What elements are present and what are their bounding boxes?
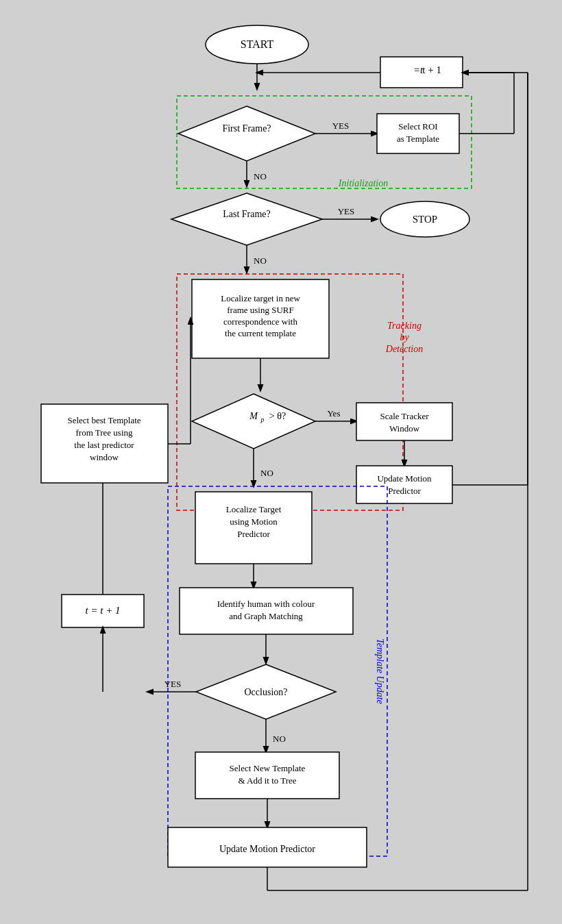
localize-surf-l2: frame using SURF (227, 305, 294, 315)
localize-surf-l3: correspondence with (223, 316, 297, 327)
tracking-label-line1: Tracking (387, 321, 422, 331)
start-label: START (241, 38, 274, 50)
stop-label: STOP (413, 214, 437, 225)
no-first-label: NO (254, 171, 267, 182)
tracking-label-line2: by (400, 332, 409, 342)
svg-rect-23 (356, 466, 452, 503)
select-roi-line2: as Template (397, 134, 439, 144)
last-frame-label: Last Frame? (223, 209, 271, 219)
occlusion-label: Occlusion? (245, 687, 288, 697)
svg-marker-5 (178, 106, 315, 161)
svg-marker-19 (192, 394, 315, 449)
localize-motion-l2: using Motion (230, 516, 278, 527)
no-last-label: NO (254, 255, 267, 266)
yes-first-label: YES (332, 121, 350, 131)
mp-theta-label: M (249, 411, 258, 421)
first-frame-label: First Frame? (222, 123, 271, 134)
scale-tracker-l2: Window (389, 423, 420, 434)
mp-theta-sub: p (260, 416, 265, 423)
no-mp-label: NO (260, 468, 273, 478)
update-motion-top-l1: Update Motion (377, 473, 432, 484)
flowchart-svg: START t = t + 1 Initialization First Fra… (0, 0, 562, 924)
select-best-l4: window (90, 452, 119, 462)
update-motion-top-l2: Predictor (388, 486, 421, 496)
no-occlusion-label: NO (273, 734, 286, 744)
localize-surf-l4: the current template (225, 328, 296, 338)
mp-theta-gt: > θ? (269, 411, 286, 421)
initialization-label: Initialization (338, 178, 388, 188)
svg-marker-12 (171, 193, 322, 245)
tracking-label-line3: Detection (385, 344, 423, 354)
identify-l1: Identify human with colour (217, 599, 315, 609)
select-best-l2: from Tree using (75, 427, 133, 438)
select-new-l1: Select New Template (230, 763, 306, 773)
yes-occlusion-label: YES (164, 679, 182, 689)
svg-rect-29 (195, 492, 312, 564)
localize-surf-l1: Localize target in new (221, 293, 300, 303)
yes-mp-label: Yes (328, 408, 341, 419)
scale-tracker-l1: Scale Tracker (380, 411, 429, 421)
select-new-l2: & Add it to Tree (238, 775, 296, 786)
select-best-l3: the last predictor (74, 440, 134, 450)
yes-last-label: YES (338, 206, 355, 216)
localize-motion-l1: Localize Target (226, 504, 282, 514)
t-increment-bot-label: t = t + 1 (85, 605, 120, 616)
svg-rect-21 (356, 403, 452, 440)
select-roi-line1: Select ROI (398, 121, 437, 132)
localize-motion-l3: Predictor (237, 529, 270, 539)
template-update-label: Template Update (375, 638, 385, 704)
flowchart-page: START t = t + 1 Initialization First Fra… (0, 0, 562, 924)
select-best-l1: Select best Template (67, 415, 140, 425)
identify-l2: and Graph Matching (229, 611, 303, 621)
t-increment-top-eq: = t + 1 (414, 64, 441, 75)
update-motion-bot: Update Motion Predictor (219, 844, 315, 854)
